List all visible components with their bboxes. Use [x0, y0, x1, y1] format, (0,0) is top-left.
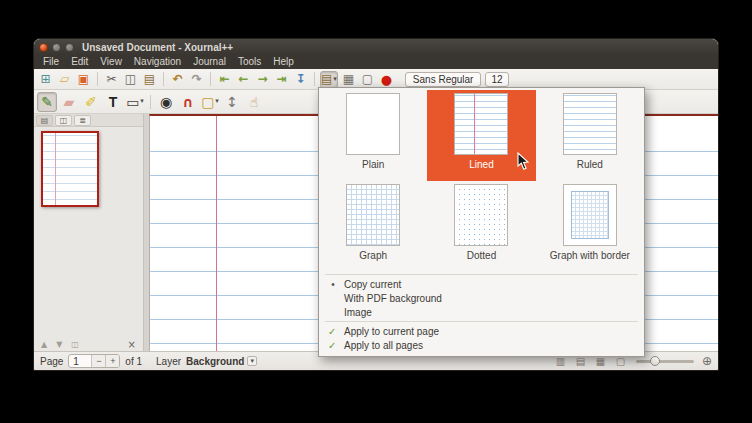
layer-preview-tab-icon[interactable]: ≣ — [74, 115, 91, 126]
sidebar: ▤ ◫ ≣ ▲ ▼ ◫ × — [34, 114, 144, 351]
layer-label: Layer — [156, 356, 181, 367]
toolbar-separator — [163, 72, 164, 86]
copy-page-icon[interactable]: ◫ — [71, 340, 79, 349]
save-icon[interactable]: ▣ — [75, 71, 92, 88]
presentation-icon[interactable]: ▢ — [359, 71, 376, 88]
page-spinner: 1 − + — [68, 354, 120, 368]
menu-item-image[interactable]: Image — [319, 305, 644, 319]
record-audio-icon[interactable]: ● — [378, 71, 395, 88]
popup-separator — [325, 274, 638, 275]
selection-rect-icon: ▢ — [201, 95, 214, 109]
menu-navigation[interactable]: Navigation — [128, 55, 187, 69]
template-plain-label: Plain — [362, 159, 384, 170]
zoom-slider-handle[interactable] — [650, 356, 660, 366]
previous-page-icon[interactable]: ← — [235, 71, 252, 88]
pen-tool-icon[interactable]: ✎ — [37, 92, 57, 112]
font-name-button[interactable]: Sans Regular — [405, 72, 482, 87]
chevron-down-icon: ▾ — [215, 98, 219, 105]
goto-annotated-page-icon[interactable]: ↧ — [292, 71, 309, 88]
page-count-label: of 1 — [125, 356, 142, 367]
layer-selector[interactable]: Background ▾ — [186, 356, 257, 367]
move-page-down-icon[interactable]: ▼ — [56, 340, 62, 349]
menu-help[interactable]: Help — [267, 55, 300, 69]
page-thumbnail[interactable] — [41, 131, 99, 207]
menu-journal[interactable]: Journal — [187, 55, 232, 69]
zoom-in-icon[interactable]: ⊕ — [702, 354, 712, 368]
copy-icon[interactable]: ◫ — [122, 71, 139, 88]
minimize-button[interactable] — [52, 43, 61, 52]
insert-page-dropdown[interactable]: ▤ ▾ — [320, 71, 338, 88]
sidebar-tabs: ▤ ◫ ≣ — [34, 114, 143, 127]
template-graph-preview — [346, 184, 400, 246]
shapes-dropdown[interactable]: ▭ ▾ — [125, 92, 145, 112]
open-folder-icon[interactable]: ▱ — [56, 71, 73, 88]
menu-tools[interactable]: Tools — [232, 55, 267, 69]
shape-icon: ▭ — [126, 95, 139, 109]
titlebar: Unsaved Document - Xournal++ — [34, 39, 718, 55]
page-template-icon: ▤ — [321, 73, 332, 85]
cut-icon[interactable]: ✂ — [103, 71, 120, 88]
maximize-button[interactable] — [65, 43, 74, 52]
template-ruled-label: Ruled — [577, 159, 603, 170]
vertical-space-icon[interactable]: ↕ — [222, 92, 242, 112]
template-graph-with-border-preview — [563, 184, 617, 246]
popup-separator — [325, 321, 638, 322]
bullet-icon: • — [328, 279, 338, 290]
page-preview-tab-icon[interactable]: ◫ — [55, 115, 72, 126]
page-number-field[interactable]: 1 — [69, 355, 91, 367]
close-button[interactable] — [39, 43, 48, 52]
new-document-icon[interactable]: ⊞ — [37, 71, 54, 88]
template-dotted[interactable]: Dotted — [427, 181, 535, 272]
layer-value: Background — [186, 356, 244, 367]
shape-recognizer-icon[interactable]: ◉ — [156, 92, 176, 112]
toolbar-separator — [210, 72, 211, 86]
highlighter-tool-icon[interactable]: ✐ — [81, 92, 101, 112]
template-grid: Plain Lined Ruled Graph Dotted Graph wit… — [319, 90, 644, 272]
window-title: Unsaved Document - Xournal++ — [82, 42, 233, 53]
eraser-tool-icon[interactable]: ▰ — [59, 92, 79, 112]
snap-magnet-icon[interactable]: ∩ — [178, 92, 198, 112]
graph-border-inner — [571, 191, 609, 239]
next-page-icon[interactable]: → — [254, 71, 271, 88]
menu-view[interactable]: View — [94, 55, 128, 69]
menu-item-label: With PDF background — [344, 293, 442, 304]
check-icon: ✓ — [328, 326, 338, 337]
selection-dropdown[interactable]: ▢ ▾ — [200, 92, 220, 112]
toolbar-separator — [97, 72, 98, 86]
menu-file[interactable]: File — [37, 55, 65, 69]
chevron-down-icon: ▾ — [333, 76, 337, 83]
page-decrement-button[interactable]: − — [91, 355, 105, 367]
menu-item-apply-to-all-pages[interactable]: ✓ Apply to all pages — [319, 338, 644, 352]
template-plain[interactable]: Plain — [319, 90, 427, 181]
text-tool-icon[interactable]: T — [103, 92, 123, 112]
font-size-field[interactable]: 12 — [485, 72, 508, 87]
menu-item-label: Apply to all pages — [344, 340, 423, 351]
menu-item-apply-to-current-page[interactable]: ✓ Apply to current page — [319, 324, 644, 338]
delete-page-icon[interactable]: × — [128, 339, 136, 350]
page-increment-button[interactable]: + — [105, 355, 119, 367]
toolbar-separator — [150, 95, 151, 109]
screen: Unsaved Document - Xournal++ File Edit V… — [0, 0, 752, 423]
menu-item-with-pdf-background[interactable]: With PDF background — [319, 291, 644, 305]
paste-icon[interactable]: ▤ — [141, 71, 158, 88]
template-graph-with-border[interactable]: Graph with border — [536, 181, 644, 272]
zoom-slider-track[interactable] — [636, 360, 694, 363]
menu-edit[interactable]: Edit — [65, 55, 94, 69]
template-graph[interactable]: Graph — [319, 181, 427, 272]
template-graph-label: Graph — [359, 250, 387, 261]
last-page-icon[interactable]: ⇥ — [273, 71, 290, 88]
menu-item-label: Image — [344, 307, 372, 318]
page-label: Page — [40, 356, 63, 367]
chevron-down-icon: ▾ — [140, 98, 144, 105]
template-lined-preview — [454, 93, 508, 155]
menubar: File Edit View Navigation Journal Tools … — [34, 55, 718, 69]
template-ruled[interactable]: Ruled — [536, 90, 644, 181]
grid-view-icon[interactable]: ▦ — [340, 71, 357, 88]
first-page-icon[interactable]: ⇤ — [216, 71, 233, 88]
menu-item-copy-current[interactable]: • Copy current — [319, 277, 644, 291]
hand-tool-icon[interactable]: ☝ — [244, 92, 264, 112]
move-page-up-icon[interactable]: ▲ — [41, 340, 47, 349]
undo-icon[interactable]: ↶ — [169, 71, 186, 88]
redo-icon[interactable]: ↷ — [188, 71, 205, 88]
contents-tab-icon[interactable]: ▤ — [36, 115, 53, 126]
